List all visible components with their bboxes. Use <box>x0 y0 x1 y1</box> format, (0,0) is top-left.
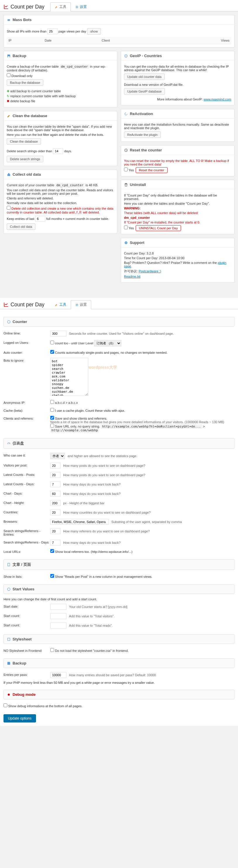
app-title-1: Count per Day <box>3 4 44 10</box>
th-date: Date <box>43 37 100 44</box>
panel-reactivation: ReActivation Here you can start the inst… <box>121 109 235 142</box>
svg-point-0 <box>77 6 77 7</box>
uninstall-yes-checkbox[interactable] <box>124 225 128 229</box>
replace-icon: ↻ <box>7 94 9 98</box>
svg-rect-7 <box>8 173 10 174</box>
page-icon <box>7 563 11 567</box>
logged-count-checkbox[interactable] <box>50 341 54 344</box>
chart-height-input[interactable] <box>50 500 61 506</box>
svg-rect-15 <box>8 563 10 566</box>
clean-database-button[interactable]: Clean the database <box>7 138 41 145</box>
license-link[interactable]: Postcardware :) <box>139 270 161 273</box>
latest-counts-days-input[interactable] <box>50 482 61 487</box>
delete-old-collection-checkbox[interactable] <box>7 206 10 210</box>
collect-old-data-button[interactable]: Collect old data <box>7 223 35 230</box>
visitors-per-post-input[interactable] <box>50 463 61 469</box>
panel-collect-old-data: Collect old data Current size of your co… <box>3 169 117 234</box>
massbots-table: IP Date Client Views <box>7 37 231 44</box>
trash-icon <box>124 183 128 187</box>
wrench-icon <box>55 303 58 307</box>
svg-rect-2 <box>8 19 10 21</box>
browsers-input[interactable] <box>50 519 109 525</box>
section-stylesheet: Stylesheet <box>3 634 235 644</box>
bots-ignore-textarea[interactable] <box>50 358 88 396</box>
wrench-icon <box>55 5 58 9</box>
tab-tools-2[interactable]: 工具 <box>50 300 71 309</box>
entries-per-pass-input[interactable] <box>50 672 66 678</box>
panel-clean-database: Clean the database You can clean the cou… <box>3 111 117 166</box>
massbots-threshold-input[interactable] <box>47 28 58 34</box>
css-icon <box>7 637 11 641</box>
download-only-checkbox[interactable] <box>7 73 10 77</box>
update-options-button[interactable]: Update options <box>3 714 36 722</box>
help-icon: ? <box>124 241 128 245</box>
refresh-icon <box>124 112 128 116</box>
svg-text:?: ? <box>126 242 127 244</box>
start-count-visitors-input[interactable] <box>50 613 66 619</box>
chart-days-input[interactable] <box>50 491 61 497</box>
backup-database-button[interactable]: Backup the database <box>7 80 43 86</box>
app-title-2: Count per Day <box>3 302 44 308</box>
gear-icon <box>75 303 79 307</box>
keep-months-input[interactable] <box>35 216 45 222</box>
section-posts-pages: 文章 / 页面 <box>3 559 235 570</box>
no-stylesheet-checkbox[interactable] <box>50 648 54 652</box>
readme-link[interactable]: Readme.txt <box>124 275 140 278</box>
save-icon <box>7 54 11 58</box>
latest-counts-posts-input[interactable] <box>50 472 61 478</box>
svg-point-4 <box>9 20 10 20</box>
reactivate-plugin-button[interactable]: ReActivate the plugin <box>124 131 161 138</box>
local-urls-checkbox[interactable] <box>50 549 54 553</box>
search-referrers-entries-input[interactable] <box>50 528 61 534</box>
bug-icon <box>7 692 11 697</box>
svg-point-3 <box>8 20 8 20</box>
search-referrers-days-input[interactable] <box>50 540 61 546</box>
start-date-input[interactable] <box>50 604 66 610</box>
start-count-reads-input[interactable] <box>50 623 66 628</box>
online-time-input[interactable] <box>50 331 66 337</box>
gauge-icon <box>7 441 11 445</box>
anon-ip-checkbox[interactable] <box>50 400 54 404</box>
debug-mode-checkbox[interactable] <box>3 704 7 707</box>
auto-counter-checkbox[interactable] <box>50 350 54 354</box>
panel-geoip: GeoIP - Countries You can get the countr… <box>121 51 235 105</box>
section-debug-mode: Debug mode <box>3 690 235 699</box>
update-geoip-button[interactable]: Update GeoIP database <box>124 88 165 95</box>
svg-rect-5 <box>8 56 10 57</box>
delete-icon: ✖ <box>7 99 9 103</box>
panel-mass-bots: Mass Bots Show all IPs with more than pa… <box>3 15 235 48</box>
clients-referrers-checkbox[interactable] <box>50 416 54 420</box>
reset-yes-checkbox[interactable] <box>124 167 128 171</box>
add-icon: ✚ <box>7 89 9 93</box>
collect-icon <box>7 173 11 177</box>
delete-search-strings-button[interactable]: Delete search strings <box>7 156 43 162</box>
table-name-code: dm_cpd_counter <box>60 64 89 69</box>
svg-rect-6 <box>7 174 10 176</box>
panel-uninstall: Uninstall If "Count per Day" only disabl… <box>121 180 235 234</box>
th-client: Client <box>100 37 165 44</box>
panel-support: ? Support Count per Day: 3.2.8 Time for … <box>121 238 235 283</box>
watermark-logo: wordpress大学 <box>88 365 117 370</box>
uninstall-button[interactable]: UNINSTALL Count per Day <box>136 225 181 231</box>
user-level-select[interactable]: 订阅者 （0） <box>94 340 121 346</box>
massbots-show-button[interactable]: show <box>87 28 101 35</box>
show-in-lists-checkbox[interactable] <box>50 574 54 578</box>
update-counter-data-button[interactable]: Update old counter data <box>124 73 165 80</box>
panel-backup: Backup Create a backup of the counter ta… <box>3 51 117 107</box>
tab-settings-1[interactable]: 设置 <box>71 2 91 11</box>
section-counter: Counter <box>3 317 235 327</box>
who-can-see-select[interactable]: 作者 <box>50 453 65 459</box>
tab-settings-2[interactable]: 设置 <box>71 300 91 309</box>
save-icon <box>7 661 11 665</box>
svg-point-1 <box>76 6 78 8</box>
section-dashboard: 仪表盘 <box>3 438 235 448</box>
save-url-only-checkbox[interactable] <box>50 424 54 428</box>
reset-counter-button[interactable]: Reset the counter <box>136 167 168 173</box>
cache-checkbox[interactable] <box>50 408 54 412</box>
tab-tools[interactable]: 工具 <box>50 2 71 11</box>
countries-input[interactable] <box>50 509 61 516</box>
brush-icon <box>7 114 11 118</box>
header-tabs-2: Count per Day 工具 设置 <box>0 298 238 309</box>
maxmind-link[interactable]: www.maxmind.com <box>204 97 231 101</box>
delete-strings-days-input[interactable] <box>53 148 63 154</box>
